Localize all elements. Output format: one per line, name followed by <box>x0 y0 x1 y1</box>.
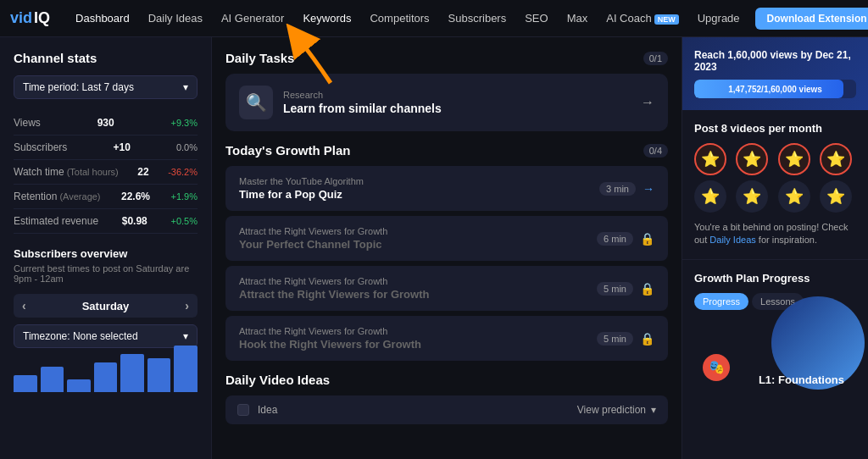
time-period-label: Time period: Last 7 days <box>23 81 134 93</box>
reach-progress-bar: 1,47,752/1,60,000 views <box>694 80 856 98</box>
stat-value: +10 <box>113 141 130 153</box>
nav-item-dashboard[interactable]: Dashboard <box>67 8 138 28</box>
stat-value: 22.6% <box>121 191 150 202</box>
task-card[interactable]: 🔍 Research Learn from similar channels → <box>225 74 668 131</box>
stat-value: 22 <box>137 166 148 178</box>
channel-stats-title: Channel stats <box>14 51 198 65</box>
posting-star-item: ⭐ <box>736 180 768 213</box>
prev-day-button[interactable]: ‹ <box>22 299 26 312</box>
posting-star-item: ⭐ <box>694 143 726 175</box>
current-day-label: Saturday <box>82 300 130 312</box>
logo[interactable]: vid IQ <box>10 9 50 27</box>
timezone-select[interactable]: Timezone: None selected ▾ <box>14 324 198 348</box>
stat-label: Watch time (Total hours) <box>14 166 119 178</box>
growth-item-title: Your Perfect Channel Topic <box>239 238 597 251</box>
growth-item-left: Master the YouTube AlgorithmTime for a P… <box>239 176 599 201</box>
growth-plan-title: Today's Growth Plan <box>225 143 350 158</box>
download-extension-button[interactable]: Download Extension <box>755 8 868 30</box>
nav-item-seo[interactable]: SEO <box>516 8 556 28</box>
stat-change: +1.9% <box>171 191 198 202</box>
stat-row: Estimated revenue$0.98+0.5% <box>14 209 198 234</box>
reach-card: Reach 1,60,000 views by Dec 21, 2023 1,4… <box>682 37 868 110</box>
growth-item-category: Master the YouTube Algorithm <box>239 176 599 186</box>
growth-plan-item: Attract the Right Viewers for GrowthHook… <box>225 316 668 361</box>
subscribers-overview-title: Subscribers overview <box>14 247 198 260</box>
ideas-table-header: Idea View prediction ▾ <box>225 395 668 424</box>
logo-vid: vid <box>10 9 32 27</box>
nav-item-competitors[interactable]: Competitors <box>361 8 437 28</box>
growth-item-title: Time for a Pop Quiz <box>239 188 599 201</box>
stat-row: Retention (Average)22.6%+1.9% <box>14 185 198 209</box>
bar-chart-bar <box>120 354 144 392</box>
stats-container: Views930+9.3%Subscribers+100.0%Watch tim… <box>14 111 198 234</box>
bar-chart-bar <box>41 367 64 392</box>
nav-item-ai-coach[interactable]: AI CoachNEW <box>598 8 687 28</box>
main-content: Daily Tasks 0/1 🔍 Research Learn from si… <box>212 37 682 459</box>
growth-progress-section: Growth Plan Progress ProgressLessons 🎭 L… <box>682 260 868 401</box>
stat-change: 0.0% <box>176 142 198 152</box>
growth-item-arrow-button[interactable]: → <box>643 182 654 196</box>
stat-value: $0.98 <box>122 215 147 227</box>
reach-progress-text: 1,47,752/1,60,000 views <box>728 85 822 94</box>
main-layout: Channel stats Time period: Last 7 days ▾… <box>0 37 868 459</box>
task-category: Research <box>283 90 631 100</box>
growth-plan-item[interactable]: Master the YouTube AlgorithmTime for a P… <box>225 166 668 211</box>
daily-tasks-counter: 0/1 <box>643 52 668 65</box>
stat-row: Watch time (Total hours)22-36.2% <box>14 160 198 185</box>
growth-progress-tab-progress[interactable]: Progress <box>694 293 748 310</box>
growth-level-label: L1: Foundations <box>759 373 844 386</box>
bar-chart <box>14 358 198 392</box>
ideas-col-idea: Idea <box>258 404 569 416</box>
bar-chart-bar <box>174 346 198 392</box>
ideas-select-all-checkbox[interactable] <box>237 404 249 416</box>
nav-item-keywords[interactable]: Keywords <box>294 8 359 28</box>
chevron-down-icon-tz: ▾ <box>183 330 188 342</box>
stat-value: 930 <box>97 117 114 129</box>
daily-ideas-link[interactable]: Daily Ideas <box>709 235 755 245</box>
star-grid: ⭐⭐⭐⭐⭐⭐⭐⭐ <box>694 143 856 213</box>
nav-item-daily-ideas[interactable]: Daily Ideas <box>140 8 211 28</box>
stat-change: -36.2% <box>168 167 198 177</box>
growth-item-time-badge: 5 min <box>597 332 633 346</box>
timezone-label: Timezone: None selected <box>23 330 138 342</box>
nav-item-max[interactable]: Max <box>559 8 597 28</box>
growth-item-left: Attract the Right Viewers for GrowthYour… <box>239 226 597 251</box>
chevron-down-icon-predict: ▾ <box>651 404 656 416</box>
lock-icon: 🔒 <box>640 282 654 296</box>
lock-icon: 🔒 <box>640 332 654 346</box>
ideas-view-prediction-button[interactable]: View prediction ▾ <box>577 404 656 416</box>
growth-item-title: Attract the Right Viewers for Growth <box>239 288 597 301</box>
time-period-select[interactable]: Time period: Last 7 days ▾ <box>14 75 198 99</box>
growth-item-time-badge: 5 min <box>597 282 633 296</box>
bar-chart-bar <box>14 375 37 392</box>
task-icon: 🔍 <box>239 86 273 119</box>
nav-item-subscribers[interactable]: Subscribers <box>440 8 515 28</box>
nav-item-upgrade[interactable]: Upgrade <box>689 8 748 28</box>
stat-row: Subscribers+100.0% <box>14 135 198 160</box>
growth-item-left: Attract the Right Viewers for GrowthHook… <box>239 326 597 351</box>
growth-plan-item: Attract the Right Viewers for GrowthYour… <box>225 216 668 261</box>
growth-item-right: 3 min→ <box>599 182 654 196</box>
growth-plan-item: Attract the Right Viewers for GrowthAttr… <box>225 266 668 311</box>
logo-iq: IQ <box>34 9 50 27</box>
stat-row: Views930+9.3% <box>14 111 198 135</box>
next-day-button[interactable]: › <box>185 299 189 312</box>
video-ideas-title: Daily Video Ideas <box>225 373 330 387</box>
growth-plan-header: Today's Growth Plan 0/4 <box>225 143 668 158</box>
posting-title: Post 8 videos per month <box>694 122 856 135</box>
posting-note: You're a bit behind on posting! Check ou… <box>694 221 856 247</box>
growth-progress-visual: 🎭 L1: Foundations <box>694 322 856 390</box>
growth-item-right: 6 min🔒 <box>597 232 654 246</box>
posting-star-item: ⭐ <box>778 143 810 175</box>
right-panel: Reach 1,60,000 views by Dec 21, 2023 1,4… <box>682 37 868 459</box>
lock-icon: 🔒 <box>640 232 654 246</box>
growth-plan-items: Master the YouTube AlgorithmTime for a P… <box>225 166 668 361</box>
task-name: Learn from similar channels <box>283 102 631 115</box>
growth-item-right: 5 min🔒 <box>597 332 654 346</box>
stat-label: Views <box>14 117 41 129</box>
left-sidebar: Channel stats Time period: Last 7 days ▾… <box>0 37 212 459</box>
bar-chart-bar <box>147 358 171 392</box>
posting-star-item: ⭐ <box>820 180 852 213</box>
task-arrow-button[interactable]: → <box>641 95 654 110</box>
nav-item-ai-generator[interactable]: AI Generator <box>213 8 292 28</box>
